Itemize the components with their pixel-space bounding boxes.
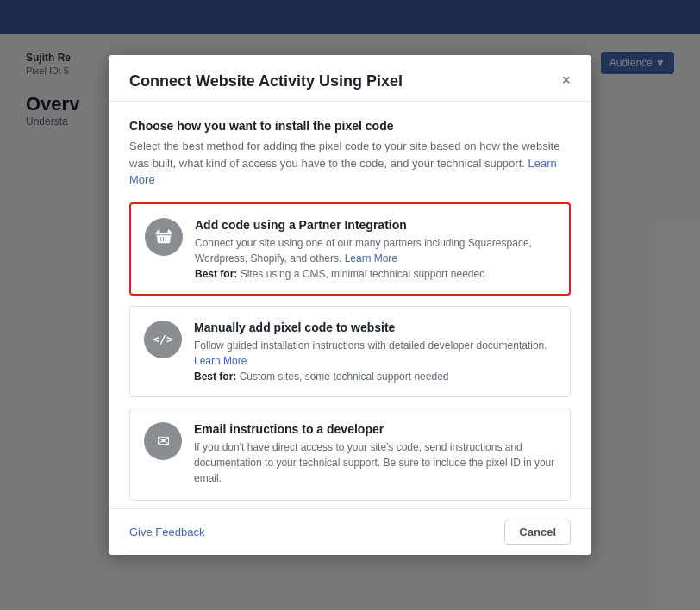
partner-title: Add code using a Partner Integration: [195, 218, 555, 232]
email-icon: ✉: [144, 422, 182, 460]
modal-title: Connect Website Activity Using Pixel: [129, 72, 403, 90]
option-card-partner[interactable]: Add code using a Partner Integration Con…: [129, 202, 571, 296]
partner-desc: Connect your site using one of our many …: [195, 235, 555, 266]
cancel-button[interactable]: Cancel: [504, 520, 571, 545]
manual-best: Best for: Custom sites, some technical s…: [194, 370, 556, 383]
manual-content: Manually add pixel code to website Follo…: [194, 321, 556, 383]
partner-best: Best for: Sites using a CMS, minimal tec…: [195, 268, 555, 280]
section-description: Select the best method for adding the pi…: [129, 138, 571, 189]
partner-learn-more[interactable]: Learn More: [345, 252, 397, 265]
partner-content: Add code using a Partner Integration Con…: [195, 218, 555, 280]
manual-title: Manually add pixel code to website: [194, 321, 556, 334]
modal-footer: Give Feedback Cancel: [109, 508, 591, 555]
email-content: Email instructions to a developer If you…: [194, 422, 556, 486]
email-desc: If you don't have direct access to your …: [194, 439, 556, 486]
email-title: Email instructions to a developer: [194, 422, 556, 436]
manual-icon: </>: [144, 321, 182, 358]
option-card-manual[interactable]: </> Manually add pixel code to website F…: [129, 306, 571, 397]
option-card-email[interactable]: ✉ Email instructions to a developer If y…: [129, 408, 571, 501]
feedback-link[interactable]: Give Feedback: [129, 526, 204, 538]
modal-header: Connect Website Activity Using Pixel ×: [109, 55, 591, 102]
modal-dialog: Connect Website Activity Using Pixel × C…: [109, 55, 591, 555]
manual-desc: Follow guided installation instructions …: [194, 338, 556, 369]
manual-learn-more[interactable]: Learn More: [194, 355, 247, 367]
partner-icon: [145, 218, 183, 256]
close-button[interactable]: ×: [561, 72, 571, 88]
modal-body: Choose how you want to install the pixel…: [109, 102, 591, 508]
section-desc-text: Select the best method for adding the pi…: [129, 140, 559, 170]
section-title: Choose how you want to install the pixel…: [129, 119, 571, 133]
